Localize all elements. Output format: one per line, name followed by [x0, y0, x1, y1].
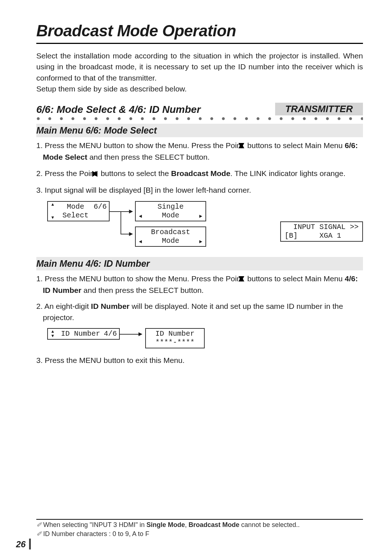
mode-select-menu-label: Mode Select	[57, 202, 94, 221]
right-triangle-icon: ►	[196, 227, 205, 246]
id-number-step-3: 3. Press the MENU button to exit this Me…	[36, 355, 363, 366]
pencil-icon: ✐	[36, 521, 42, 528]
id-number-diagram: ▲ ▼ ID Number 4/6 ► ID Number ****-****	[47, 328, 363, 348]
left-triangle-icon: ◄	[136, 227, 145, 246]
svg-marker-3	[92, 171, 97, 177]
left-triangle-icon: ◄	[136, 202, 145, 221]
pencil-icon: ✐	[36, 530, 42, 537]
mode-select-step-1: 1. Press the MENU button to show the Men…	[36, 140, 363, 163]
svg-marker-1	[238, 143, 244, 148]
up-triangle-icon: ▲	[51, 203, 54, 207]
mode-select-heading: Main Menu 6/6: Mode Select	[36, 124, 363, 137]
id-number-menu-page: 4/6	[104, 329, 119, 339]
arrow-right-icon: ►	[128, 230, 134, 237]
id-number-menu-box: ▲ ▼ ID Number 4/6	[47, 328, 120, 340]
transmitter-badge: TRANSMITTER	[275, 103, 363, 115]
arrow-right-icon: ►	[128, 208, 134, 214]
footnote-2: ✐ID Number characters : 0 to 9, A to F	[36, 530, 363, 539]
down-triangle-icon: ▼	[51, 216, 54, 220]
intro-paragraph-2: Setup them side by side as described bel…	[36, 83, 363, 94]
id-number-value-box: ID Number ****-****	[145, 328, 205, 348]
footnotes: ✐When selecting "INPUT 3 HDMI" in Single…	[36, 520, 363, 539]
id-number-step-1: 1. Press the MENU button to show the Men…	[36, 273, 363, 296]
broadcast-mode-option: ◄ Broadcast Mode ►	[135, 226, 206, 247]
footer-rule	[36, 519, 363, 520]
input-signal-box: INPUT SIGNAL >> [B] XGA 1	[280, 221, 363, 242]
section-heading: 6/6: Mode Select & 4/6: ID Number	[36, 104, 201, 115]
intro-paragraph-1: Select the installation mode according t…	[36, 50, 363, 83]
mode-select-step-2: 2. Press the Point buttons to select the…	[36, 168, 363, 180]
id-number-step-2: 2. An eight-digit ID Number will be disp…	[36, 301, 363, 323]
mode-select-menu-box: ▲ ▼ Mode Select 6/6	[47, 201, 110, 221]
id-number-heading: Main Menu 4/6: ID Number	[36, 257, 363, 270]
mode-select-diagram: ▲ ▼ Mode Select 6/6 ► ► ◄ Single Mode ► …	[47, 201, 363, 247]
mode-select-step-3: 3. Input signal will be displayed [B] in…	[36, 185, 363, 196]
down-triangle-icon: ▼	[51, 334, 54, 338]
footnote-1: ✐When selecting "INPUT 3 HDMI" in Single…	[36, 520, 363, 530]
id-number-menu-label: ID Number	[57, 329, 104, 339]
mode-select-menu-page: 6/6	[94, 202, 109, 221]
title-rule	[36, 43, 363, 44]
page-number: 26	[16, 539, 26, 549]
page-number-bar	[29, 539, 31, 549]
right-triangle-icon: ►	[196, 202, 205, 221]
single-mode-option: ◄ Single Mode ►	[135, 201, 206, 221]
dotted-rule: ● ● ● ● ● ● ● ● ● ● ● ● ● ● ● ● ● ● ● ● …	[36, 115, 363, 122]
svg-marker-5	[238, 276, 244, 281]
arrow-right-icon: ►	[137, 331, 144, 337]
page-title: Broadcast Mode Operation	[36, 22, 363, 40]
